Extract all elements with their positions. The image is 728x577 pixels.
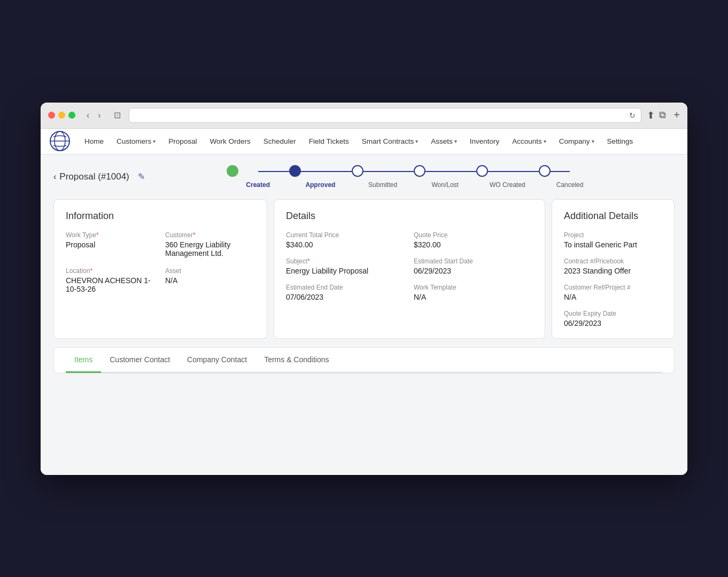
assets-chevron: ▾ (454, 138, 457, 144)
subject-label: Subject* (286, 258, 405, 265)
nav-proposal[interactable]: Proposal (163, 134, 202, 149)
contract-label: Contract #/Pricebook (564, 258, 662, 265)
cards-row: Information Work Type* Proposal Customer… (53, 199, 675, 339)
tab-items[interactable]: Items (66, 348, 101, 373)
tabs-nav: Items Customer Contact Company Contact T… (66, 348, 662, 373)
fullscreen-button[interactable]: ⧉ (659, 110, 666, 121)
nav-company[interactable]: Company ▾ (554, 134, 600, 149)
estimated-start-date-label: Estimated Start Date (414, 258, 533, 265)
location-label: Location* (66, 267, 156, 275)
nav-scheduler[interactable]: Scheduler (258, 134, 301, 149)
additional-fields: Project To install Generic Part Contract… (564, 231, 662, 328)
maximize-button[interactable] (68, 112, 75, 119)
page-title: Proposal (#1004) (59, 171, 129, 182)
quote-price-label: Quote Price (414, 231, 533, 239)
accounts-chevron: ▾ (544, 138, 546, 144)
quote-price-value: $320.00 (414, 240, 533, 249)
step-created: Created (227, 165, 289, 189)
step-submitted: Submitted (352, 165, 414, 189)
address-bar[interactable]: ↻ (129, 108, 642, 123)
asset-label: Asset (165, 267, 255, 275)
customer-field: Customer* 360 Energy Liability Managemen… (165, 231, 255, 258)
customer-ref-value: N/A (564, 293, 662, 301)
nav-assets[interactable]: Assets ▾ (425, 134, 462, 149)
step-label-wo-created: WO Created (490, 181, 525, 189)
details-card-title: Details (286, 210, 533, 222)
nav-work-orders[interactable]: Work Orders (205, 134, 256, 149)
step-circle-created (227, 165, 238, 177)
new-tab-button[interactable]: + (673, 109, 680, 121)
nav-inventory[interactable]: Inventory (464, 134, 505, 149)
nav-customers[interactable]: Customers ▾ (111, 134, 161, 149)
work-type-value: Proposal (66, 240, 156, 249)
step-canceled: Canceled (539, 165, 601, 189)
nav-accounts[interactable]: Accounts ▾ (507, 134, 552, 149)
subject-field: Subject* Energy Liability Proposal (286, 258, 405, 275)
reload-icon[interactable]: ↻ (629, 111, 636, 120)
details-card: Details Current Total Price $340.00 Quot… (274, 199, 545, 339)
back-arrow-icon: ‹ (53, 172, 56, 182)
step-wo-created: WO Created (476, 165, 539, 189)
current-total-price-field: Current Total Price $340.00 (286, 231, 405, 249)
step-label-created: Created (246, 181, 270, 189)
project-value: To install Generic Part (564, 240, 662, 249)
location-value: CHEVRON ACHESON 1-10-53-26 (66, 276, 156, 293)
browser-chrome: ‹ › ⊡ ↻ ⬆ ⧉ + (41, 103, 687, 129)
nav-field-tickets[interactable]: Field Tickets (304, 134, 354, 149)
step-wonlost: Won/Lost (414, 165, 476, 189)
work-type-label: Work Type* (66, 231, 156, 239)
minimize-button[interactable] (58, 112, 65, 119)
details-card-grid: Current Total Price $340.00 Quote Price … (286, 231, 533, 301)
work-template-field: Work Template N/A (414, 284, 533, 301)
estimated-end-date-field: Estimated End Date 07/06/2023 (286, 284, 405, 301)
share-button[interactable]: ⬆ (647, 110, 655, 121)
project-field: Project To install Generic Part (564, 231, 662, 249)
logo-icon (49, 130, 71, 152)
tab-terms-conditions[interactable]: Terms & Conditions (255, 348, 337, 373)
asset-field: Asset N/A (165, 267, 255, 293)
back-link[interactable]: ‹ Proposal (#1004) (53, 171, 129, 182)
close-button[interactable] (48, 112, 55, 119)
nav-home[interactable]: Home (79, 134, 109, 149)
asset-value: N/A (165, 276, 255, 285)
app-navbar: Home Customers ▾ Proposal Work Orders Sc… (41, 129, 687, 154)
contract-value: 2023 Standing Offer (564, 267, 662, 275)
step-label-submitted: Submitted (368, 181, 397, 189)
project-label: Project (564, 231, 662, 239)
edit-icon[interactable]: ✎ (138, 171, 145, 182)
information-card-grid: Work Type* Proposal Customer* 360 Energy… (66, 231, 255, 293)
work-type-field: Work Type* Proposal (66, 231, 156, 258)
page-header: ‹ Proposal (#1004) ✎ Created (53, 165, 675, 189)
smart-contracts-chevron: ▾ (415, 138, 418, 144)
information-card-title: Information (66, 210, 255, 222)
quote-price-field: Quote Price $320.00 (414, 231, 533, 249)
additional-details-card: Additional Details Project To install Ge… (552, 199, 675, 339)
step-label-canceled: Canceled (556, 181, 584, 189)
customer-ref-label: Customer Ref/Project # (564, 284, 662, 291)
browser-nav-buttons: ‹ › (84, 110, 104, 121)
estimated-start-date-value: 06/29/2023 (414, 267, 533, 275)
browser-window: ‹ › ⊡ ↻ ⬆ ⧉ + Home Customers (41, 103, 687, 475)
work-template-label: Work Template (414, 284, 533, 291)
step-circle-approved (289, 165, 301, 177)
step-label-approved: Approved (305, 181, 335, 189)
contract-field: Contract #/Pricebook 2023 Standing Offer (564, 258, 662, 275)
sidebar-toggle-button[interactable]: ⊡ (111, 109, 123, 121)
step-circle-wo-created (476, 165, 488, 177)
additional-details-title: Additional Details (564, 210, 662, 222)
stepper-container: Created Approved (153, 165, 675, 189)
estimated-end-date-label: Estimated End Date (286, 284, 405, 291)
customer-ref-field: Customer Ref/Project # N/A (564, 284, 662, 301)
tab-company-contact[interactable]: Company Contact (179, 348, 255, 373)
customer-label: Customer* (165, 231, 255, 239)
estimated-start-date-field: Estimated Start Date 06/29/2023 (414, 258, 533, 275)
nav-settings[interactable]: Settings (602, 134, 639, 149)
nav-smart-contracts[interactable]: Smart Contracts ▾ (357, 134, 424, 149)
traffic-lights (48, 112, 75, 119)
bottom-tabs-area: Items Customer Contact Company Contact T… (53, 347, 675, 373)
forward-button[interactable]: › (95, 110, 103, 121)
estimated-end-date-value: 07/06/2023 (286, 293, 405, 301)
back-button[interactable]: ‹ (84, 110, 92, 121)
tab-customer-contact[interactable]: Customer Contact (101, 348, 179, 373)
stepper: Created Approved (227, 165, 601, 189)
